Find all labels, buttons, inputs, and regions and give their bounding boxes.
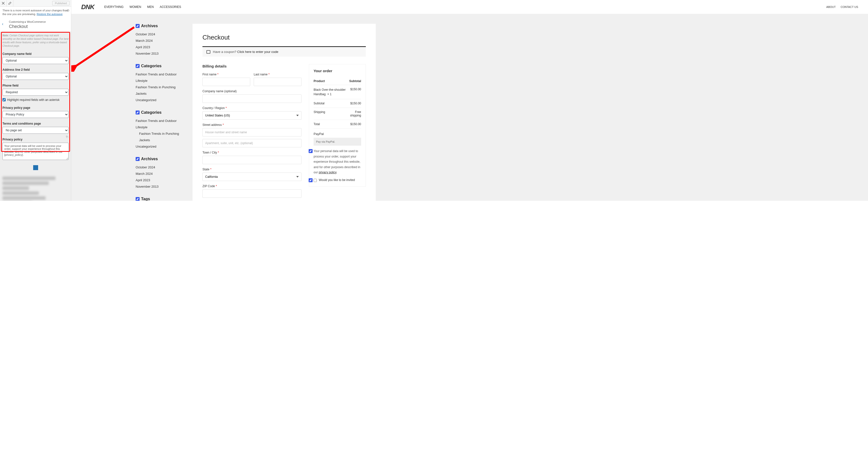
archives-title: Archives [141,157,158,161]
subtotal-value: $150.00 [346,99,361,108]
category-link[interactable]: Uncategorized [136,143,183,150]
total-value: $150.00 [346,120,361,129]
archive-link[interactable]: March 2024 [136,38,183,44]
nav-women[interactable]: WOMEN [129,5,141,9]
fname-input[interactable] [203,78,250,86]
archive-link[interactable]: March 2024 [136,171,183,177]
nav-contact[interactable]: CONTACT US [841,5,858,8]
terms-page-select[interactable]: No page set [2,127,68,134]
archive-link[interactable]: November 2013 [136,183,183,190]
company-label: Company name (optional) [203,90,302,93]
col-subtotal: Subtotal [346,77,361,85]
edit-button[interactable] [7,0,13,6]
customizer-sidebar: Published There is a more recent autosav… [0,0,71,201]
breadcrumb: ‹ Customizing ▸ WooCommerce Checkout [0,18,71,32]
wp-icon [0,163,71,173]
order-title: Your order [314,69,361,73]
blurred-content [0,173,71,201]
company-field-select[interactable]: Optional [2,57,68,64]
privacy-link[interactable]: privacy policy [319,171,336,174]
breadcrumb-path: Customizing ▸ WooCommerce [9,20,68,24]
invite-label: Would you like to be invited [319,178,355,182]
lname-label: Last name * [254,73,302,76]
primary-nav: EVERYTHING WOMEN MEN ACCESSORIES [104,5,181,9]
addr2-field-select[interactable]: Optional [2,73,68,80]
archive-link[interactable]: April 2023 [136,44,183,50]
categories-title: Categories [141,110,162,115]
highlight-required-checkbox[interactable]: Highlight required fields with an asteri… [0,97,71,104]
nav-men[interactable]: MEN [147,5,154,9]
svg-line-0 [75,27,134,67]
dismiss-notice-icon[interactable]: ⊘ [67,8,69,13]
coupon-icon [207,50,210,54]
payment-method[interactable]: PayPal Pay via PayPal. [314,132,361,146]
city-input[interactable] [203,156,302,164]
terms-page-label: Terms and conditions page [0,120,71,127]
category-link[interactable]: Fashion Trends and Outdoor Lifestyle [136,118,183,131]
category-link[interactable]: Uncategorized [136,97,183,103]
state-select[interactable]: California [203,173,302,181]
company-input[interactable] [203,95,302,103]
street2-input[interactable] [203,139,302,147]
street1-input[interactable] [203,128,302,136]
archive-link[interactable]: October 2024 [136,31,183,38]
shipping-value: Free shipping [346,108,361,120]
page-title: Checkout [203,34,366,41]
zip-input[interactable] [203,190,302,198]
coupon-link[interactable]: Click here to enter your code [237,50,278,54]
annotation-arrow [71,22,139,72]
phone-field-label: Phone field [0,81,71,89]
highlight-required-input[interactable] [2,98,6,101]
secondary-nav: ABOUT CONTACT US [827,5,858,8]
city-label: Town / City * [203,151,302,154]
customizer-topbar: Published [0,0,71,7]
restore-autosave-link[interactable]: Restore the autosave [37,12,63,15]
categories-title: Categories [141,64,162,68]
state-label: State * [203,168,302,171]
category-link[interactable]: Fashion Trends and Outdoor Lifestyle [136,71,183,84]
invite-checkbox-row: Would you like to be invited [314,178,361,182]
edit-widget-icon[interactable] [136,110,140,114]
privacy-text-textarea[interactable]: Your personal data will be used to proce… [2,143,68,160]
country-select[interactable]: United States (US) [203,111,302,120]
zip-label: ZIP Code * [203,184,302,188]
archive-link[interactable]: April 2023 [136,177,183,183]
company-field-label: Company name field [0,50,71,57]
privacy-page-select[interactable]: Privacy Policy [2,111,68,118]
close-button[interactable] [0,0,7,6]
nav-everything[interactable]: EVERYTHING [104,5,124,9]
category-link[interactable]: Fashion Trends in Punching Jackets [136,84,183,97]
fname-label: First name * [203,73,250,76]
order-item: Black Over-the-shoulder Handbag × 1 [314,85,346,99]
payment-desc: Pay via PayPal. [314,138,361,146]
back-button[interactable]: ‹ [2,22,3,26]
subtotal-label: Subtotal [314,99,346,108]
nav-accessories[interactable]: ACCESSORIES [160,5,181,9]
autosave-notice: There is a more recent autosave of your … [0,7,71,18]
checkout-options-panel: Note: Certain Checkout page options may … [0,32,71,201]
edit-shortcut-icon[interactable] [309,149,313,153]
phone-field-select[interactable]: Required [2,89,68,96]
archive-link[interactable]: November 2013 [136,50,183,57]
checkout-note: Note: Certain Checkout page options may … [0,32,71,50]
tags-title: Tags [141,197,150,201]
billing-title: Billing details [203,64,302,68]
addr2-field-label: Address line 2 field [0,66,71,73]
country-label: Country / Region * [203,106,302,110]
privacy-notice: Your personal data will be used to proce… [314,148,361,175]
street-label: Street address * [203,123,302,127]
archive-link[interactable]: October 2024 [136,164,183,171]
order-summary: Your order ProductSubtotal Black Over-th… [309,64,366,187]
nav-about[interactable]: ABOUT [827,5,836,8]
help-icon[interactable]: ?⃝ [66,135,68,139]
edit-shortcut-icon[interactable] [309,178,313,182]
site-logo[interactable]: DNK [81,3,94,11]
preview-pane: DNK EVERYTHING WOMEN MEN ACCESSORIES ABO… [71,0,868,201]
site-header: DNK EVERYTHING WOMEN MEN ACCESSORIES ABO… [71,0,868,14]
edit-widget-icon[interactable] [136,197,140,201]
edit-widget-icon[interactable] [136,157,140,161]
invite-checkbox[interactable] [314,179,317,182]
category-link[interactable]: Fashion Trends in Punching Jackets [136,131,183,143]
lname-input[interactable] [254,78,302,86]
coupon-toggle[interactable]: Have a coupon? Click here to enter your … [203,46,366,57]
